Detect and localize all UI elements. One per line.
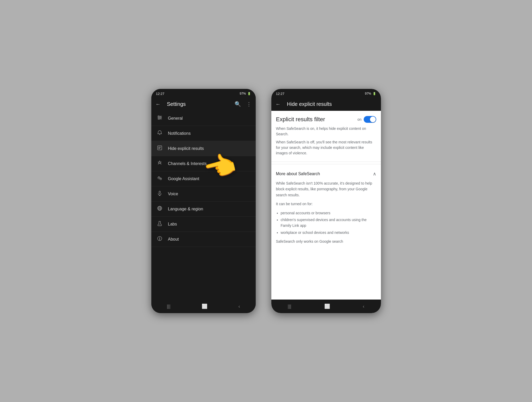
- back-icon-left[interactable]: ←: [154, 100, 162, 108]
- menu-item-hide-explicit[interactable]: Hide explicit results: [151, 141, 256, 156]
- status-time-left: 12:27: [156, 92, 165, 96]
- more-header[interactable]: More about SafeSearch ∧: [276, 171, 376, 177]
- about-icon: [157, 236, 163, 242]
- menu-label-google-assistant: Google Assistant: [168, 176, 199, 181]
- voice-icon: [157, 191, 163, 197]
- menu-item-notifications[interactable]: Notifications: [151, 126, 256, 141]
- more-section: More about SafeSearch ∧ While SafeSearch…: [271, 166, 381, 251]
- labs-icon: [157, 221, 163, 227]
- svg-point-29: [159, 237, 160, 238]
- menu-item-google-assistant[interactable]: Google Assistant: [151, 171, 256, 186]
- google-assistant-icon: [157, 175, 163, 182]
- filter-desc-2: When SafeSearch is off, you'll see the m…: [276, 139, 376, 156]
- language-icon: [157, 206, 163, 212]
- status-icons-right: 97% 🔋: [365, 92, 376, 95]
- svg-point-5: [158, 118, 159, 119]
- menu-label-notifications: Notifications: [168, 131, 191, 136]
- more-title: More about SafeSearch: [276, 172, 320, 176]
- menu-label-about: About: [168, 237, 179, 242]
- filter-title: Explicit results filter: [276, 116, 325, 123]
- filter-section: Explicit results filter on When SafeSear…: [271, 111, 381, 162]
- svg-point-25: [159, 224, 160, 225]
- toggle-knob: [370, 117, 376, 122]
- bullet-item-2: children's supervised devices and accoun…: [281, 217, 376, 229]
- status-bar-left: 12:27 97% 🔋: [151, 89, 256, 97]
- filter-toggle-group: on: [357, 116, 376, 123]
- search-icon-left[interactable]: 🔍: [234, 100, 242, 108]
- svg-point-13: [158, 177, 159, 178]
- settings-menu-list: General Notifications: [151, 111, 256, 300]
- menu-label-voice: Voice: [168, 192, 178, 196]
- menu-item-about[interactable]: About: [151, 232, 256, 247]
- svg-rect-16: [159, 191, 160, 193]
- filter-desc-1: When SafeSearch is on, it helps hide exp…: [276, 126, 376, 137]
- nav-bar-left: ||| ⬜ ‹: [151, 300, 256, 313]
- more-para-2: It can be turned on for:: [276, 201, 376, 207]
- nav-back-left[interactable]: ‹: [238, 304, 240, 309]
- bullet-item-3: workplace or school devices and networks: [281, 230, 376, 235]
- svg-point-4: [160, 117, 161, 118]
- menu-label-language: Language & region: [168, 207, 203, 211]
- channels-icon: [157, 160, 163, 167]
- menu-item-general[interactable]: General: [151, 111, 256, 126]
- nav-recents-right[interactable]: |||: [288, 304, 291, 309]
- menu-item-language[interactable]: Language & region: [151, 202, 256, 217]
- svg-point-3: [158, 116, 159, 117]
- left-phone-wrapper: 12:27 97% 🔋 ← Settings 🔍 ⋮: [151, 89, 256, 313]
- menu-item-channels[interactable]: Channels & Interests: [151, 156, 256, 171]
- more-icon-left[interactable]: ⋮: [245, 100, 253, 108]
- menu-label-channels: Channels & Interests: [168, 161, 207, 166]
- app-bar-left: ← Settings 🔍 ⋮: [151, 97, 256, 111]
- notifications-icon: [157, 130, 163, 137]
- more-para-3: SafeSearch only works on Google search: [276, 239, 376, 244]
- battery-icon-right: 🔋: [373, 92, 376, 95]
- filter-header: Explicit results filter on: [276, 116, 376, 123]
- battery-text-left: 97%: [240, 92, 246, 95]
- bullet-item-1: personal accounts or browsers: [281, 210, 376, 216]
- app-bar-right: ← Hide explicit results: [271, 97, 381, 111]
- status-time-right: 12:27: [276, 92, 285, 96]
- more-body: While SafeSearch isn't 100% accurate, it…: [276, 180, 376, 245]
- general-icon: [157, 115, 163, 121]
- nav-home-right[interactable]: ⬜: [324, 303, 330, 309]
- more-bullet-list: personal accounts or browsers children's…: [276, 210, 376, 236]
- battery-icon-left: 🔋: [247, 92, 251, 95]
- svg-point-26: [160, 225, 160, 225]
- right-phone: 12:27 97% 🔋 ← Hide explicit results Expl…: [271, 89, 381, 313]
- menu-label-hide-explicit: Hide explicit results: [168, 146, 204, 151]
- content-area-right: Explicit results filter on When SafeSear…: [271, 111, 381, 300]
- menu-label-labs: Labs: [168, 222, 177, 227]
- status-bar-right: 12:27 97% 🔋: [271, 89, 381, 97]
- app-title-left: Settings: [167, 101, 230, 107]
- back-icon-right[interactable]: ←: [274, 100, 282, 108]
- hide-explicit-icon: [157, 145, 163, 152]
- status-icons-left: 97% 🔋: [240, 92, 251, 95]
- svg-point-15: [160, 178, 161, 179]
- section-divider: [271, 164, 381, 164]
- chevron-up-icon: ∧: [373, 171, 376, 177]
- menu-label-general: General: [168, 116, 183, 121]
- battery-text-right: 97%: [365, 92, 371, 95]
- toggle-label: on: [357, 117, 362, 121]
- app-title-right: Hide explicit results: [287, 101, 378, 107]
- nav-back-right[interactable]: ‹: [363, 304, 364, 309]
- nav-recents-left[interactable]: |||: [167, 304, 170, 309]
- toggle-switch[interactable]: [364, 116, 376, 123]
- nav-home-left[interactable]: ⬜: [202, 303, 207, 309]
- nav-bar-right: ||| ⬜ ‹: [271, 300, 381, 313]
- menu-item-labs[interactable]: Labs: [151, 217, 256, 232]
- menu-item-voice[interactable]: Voice: [151, 186, 256, 202]
- more-para-1: While SafeSearch isn't 100% accurate, it…: [276, 180, 376, 198]
- left-phone: 12:27 97% 🔋 ← Settings 🔍 ⋮: [151, 89, 256, 313]
